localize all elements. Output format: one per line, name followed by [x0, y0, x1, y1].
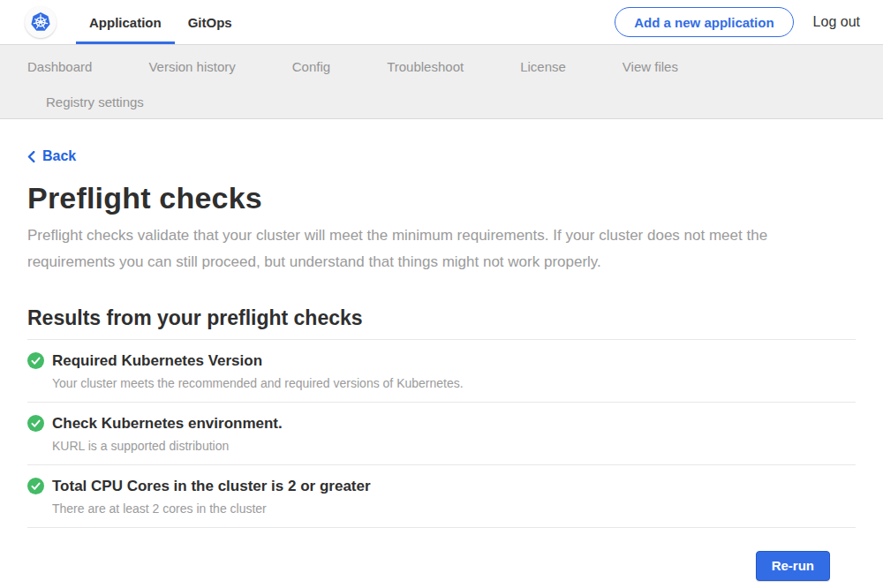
subnav-item-troubleshoot[interactable]: Troubleshoot: [387, 58, 464, 76]
check-message: KURL is a supported distribution: [52, 438, 856, 454]
back-link-label: Back: [42, 147, 76, 165]
subnav-item-registry-settings[interactable]: Registry settings: [46, 94, 144, 111]
check-circle-icon: [27, 478, 44, 494]
header-tabs: Application GitOps: [76, 0, 245, 44]
check-title: Required Kubernetes Version: [52, 351, 262, 371]
page-description: Preflight checks validate that your clus…: [27, 222, 856, 275]
kubernetes-logo-icon: [27, 9, 54, 35]
check-circle-icon: [27, 415, 44, 432]
check-row-header: Total CPU Cores in the cluster is 2 or g…: [27, 477, 856, 496]
subnav-item-license[interactable]: License: [520, 58, 566, 76]
subnav-item-view-files[interactable]: View files: [623, 58, 678, 76]
check-message: Your cluster meets the recommended and r…: [52, 375, 856, 391]
check-row-header: Check Kubernetes environment.: [27, 414, 856, 433]
logout-button[interactable]: Log out: [813, 14, 860, 30]
check-title: Total CPU Cores in the cluster is 2 or g…: [52, 477, 371, 496]
chevron-left-icon: [27, 151, 35, 162]
rerun-button[interactable]: Re-run: [756, 551, 830, 581]
check-circle-icon: [27, 352, 44, 369]
header-actions: Add a new application Log out: [615, 0, 860, 44]
check-row: Required Kubernetes Version Your cluster…: [27, 340, 856, 402]
page-title: Preflight checks: [27, 180, 856, 215]
subnav-item-config[interactable]: Config: [292, 58, 330, 76]
subnav-item-dashboard[interactable]: Dashboard: [27, 58, 92, 76]
check-row: Check Kubernetes environment. KURL is a …: [27, 403, 856, 464]
check-row: Total CPU Cores in the cluster is 2 or g…: [27, 465, 856, 527]
tab-application[interactable]: Application: [76, 0, 175, 44]
check-row-header: Required Kubernetes Version: [27, 351, 856, 371]
app-logo: [25, 0, 57, 44]
app-subnav: Dashboard Version history Config Trouble…: [0, 44, 883, 119]
back-link[interactable]: Back: [27, 147, 76, 165]
results-heading: Results from your preflight checks: [27, 305, 856, 330]
tab-gitops[interactable]: GitOps: [175, 0, 245, 44]
check-message: There are at least 2 cores in the cluste…: [52, 501, 856, 516]
top-header: Application GitOps Add a new application…: [0, 0, 883, 44]
subnav-row-1: Dashboard Version history Config Trouble…: [27, 45, 883, 76]
subnav-item-version-history[interactable]: Version history: [148, 58, 235, 76]
subnav-row-2: Registry settings: [27, 76, 883, 111]
footer-actions: Re-run: [27, 528, 856, 581]
kubernetes-logo-icon: [25, 6, 57, 38]
main-content: Back Preflight checks Preflight checks v…: [0, 119, 883, 581]
add-application-button[interactable]: Add a new application: [615, 7, 793, 37]
check-title: Check Kubernetes environment.: [52, 414, 283, 433]
